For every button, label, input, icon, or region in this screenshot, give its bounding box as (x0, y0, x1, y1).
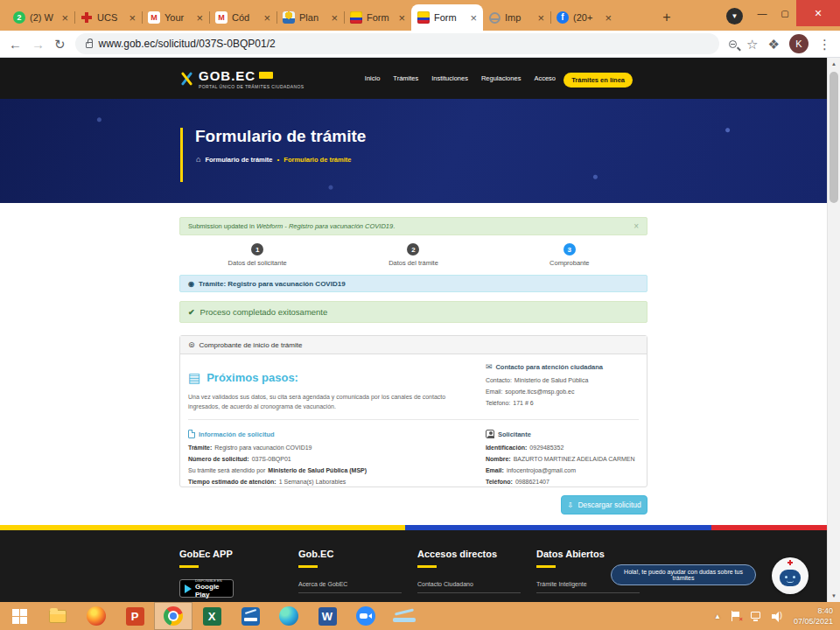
zoom-app-button[interactable] (346, 602, 385, 630)
tab-title: (20+ (573, 12, 600, 23)
site-nav: Inicio Trámites Instituciones Regulacion… (365, 74, 556, 82)
chatbot-avatar[interactable] (772, 557, 808, 594)
step-datos-tramite: 2 Datos del trámite (335, 243, 491, 267)
menu-icon[interactable]: ⋮ (818, 38, 831, 51)
nav-acceso[interactable]: Acceso (534, 74, 556, 82)
alert-text: Submission updated in Webform - Registro… (188, 222, 395, 230)
tab-title: Imp (505, 12, 533, 23)
tab-search-button[interactable]: ▼ (726, 8, 743, 24)
word-icon: W (318, 607, 337, 626)
close-icon[interactable]: × (470, 12, 477, 24)
tab-form-active[interactable]: Form × (411, 4, 483, 31)
tab-whatsapp[interactable]: 2 (2) W × (7, 4, 74, 31)
extensions-icon[interactable]: ❖ (768, 38, 780, 51)
tramite-info-text: Trámite: Registro para vacunación COVID1… (199, 280, 346, 288)
eye-icon: ◉ (188, 280, 194, 288)
maximize-button[interactable]: ▢ (774, 0, 796, 26)
chatbot-message[interactable]: Hola!, te puedo ayudar con dudas sobre t… (611, 564, 756, 585)
powerpoint-button[interactable]: P (116, 602, 154, 630)
forward-icon[interactable]: → (32, 38, 45, 51)
nav-tramites[interactable]: Trámites (393, 74, 418, 82)
volume-icon[interactable]: ) (772, 611, 784, 621)
next-steps-title: Próximos pasos: (206, 371, 298, 384)
home-icon[interactable]: ⌂ (196, 155, 200, 164)
start-button[interactable] (0, 602, 38, 630)
windows-taskbar: P X W ▲ × ) 8:40 07/05/2021 (0, 602, 840, 630)
tab-facebook[interactable]: f (20+ × (550, 4, 618, 31)
close-icon[interactable]: × (537, 12, 544, 24)
edge-button[interactable] (270, 602, 308, 630)
contact-line: Email:soporte.tics@msp.gob.ec (486, 388, 639, 395)
scroll-up-icon[interactable]: ▲ (828, 58, 840, 70)
scrollbar-thumb[interactable] (830, 72, 838, 203)
system-tray: ▲ × ) 8:40 07/05/2021 (714, 606, 840, 626)
edge-icon (279, 606, 298, 626)
tab-ucsg[interactable]: UCS × (74, 4, 142, 31)
footer-link-contacto[interactable]: Contacto Ciudadano (417, 581, 521, 593)
page-title: Formulario de trámite (195, 127, 366, 146)
tab-form-1[interactable]: Form × (344, 4, 411, 31)
excel-button[interactable]: X (192, 602, 231, 630)
solicitud-title: Información de solicitud (199, 430, 275, 438)
tab-gmail-1[interactable]: M Your × (142, 4, 209, 31)
contact-title: Contacto para atención ciudadana (495, 363, 603, 371)
tab-gmail-2[interactable]: M Cód × (209, 4, 276, 31)
nav-instituciones[interactable]: Instituciones (431, 74, 468, 82)
url-text[interactable]: www.gob.ec/solicitud/037S-0BQP01/2 (99, 38, 276, 50)
gmail-icon: M (148, 11, 160, 24)
close-icon[interactable]: × (634, 221, 639, 231)
tab-title: Cód (232, 12, 259, 23)
panel-row-2: Información de solicitud Trámite:Registr… (180, 422, 647, 496)
zoom-out-icon[interactable] (729, 40, 737, 48)
new-tab-button[interactable]: + (656, 7, 677, 28)
taskbar-clock[interactable]: 8:40 07/05/2021 (794, 606, 833, 626)
tab-imp[interactable]: Imp × (483, 4, 550, 31)
address-bar[interactable]: www.gob.ec/solicitud/037S-0BQP01/2 (75, 33, 720, 54)
nav-inicio[interactable]: Inicio (365, 74, 381, 82)
solicitante-line: Email:infocentrojoa@gmail.com (486, 467, 639, 473)
close-icon[interactable]: × (398, 12, 405, 24)
close-icon[interactable]: × (331, 12, 338, 24)
site-footer: GobEc APP DISPONIBLE EN Google Play Gob.… (0, 525, 827, 602)
tab-planner[interactable]: Plan × (276, 4, 344, 31)
tray-chevron-icon[interactable]: ▲ (714, 612, 721, 620)
tramites-en-linea-button[interactable]: Trámites en línea (564, 73, 633, 88)
file-explorer-button[interactable] (38, 602, 77, 630)
close-icon[interactable]: × (605, 12, 612, 24)
chrome-button[interactable] (154, 602, 192, 630)
profile-avatar[interactable]: K (789, 34, 808, 53)
gobec-logo[interactable]: GOB.EC PORTAL ÚNICO DE TRÁMITES CIUDADAN… (179, 68, 304, 89)
back-icon[interactable]: ← (9, 38, 22, 51)
footer-link-acerca[interactable]: Acerca de GobEC (298, 581, 402, 593)
reload-icon[interactable]: ↻ (54, 38, 66, 51)
browser-tab-strip: 2 (2) W × UCS × M Your × M Cód × Plan × … (0, 0, 840, 31)
breadcrumb-item[interactable]: Formulario de trámite (205, 156, 272, 164)
page-scrollbar[interactable]: ▲ ▼ (827, 58, 840, 602)
firefox-button[interactable] (77, 602, 116, 630)
tab-title: UCS (97, 12, 124, 23)
footer-underline (179, 565, 199, 568)
document-icon (188, 430, 195, 438)
nav-regulaciones[interactable]: Regulaciones (481, 74, 521, 82)
scan-app-button[interactable] (231, 602, 270, 630)
bookmark-star-icon[interactable]: ☆ (746, 38, 758, 51)
breadcrumb-separator: • (277, 156, 280, 164)
scroll-down-icon[interactable]: ▼ (828, 590, 840, 602)
network-icon[interactable] (751, 612, 762, 621)
minimize-button[interactable]: — (751, 0, 774, 26)
close-icon[interactable]: × (61, 12, 68, 24)
google-play-badge[interactable]: DISPONIBLE EN Google Play (179, 579, 234, 598)
next-steps-section: ▤ Próximos pasos: Una vez validados sus … (188, 362, 486, 411)
logo-title: GOB.EC (199, 68, 256, 83)
word-button[interactable]: W (308, 602, 346, 630)
folder-icon (49, 610, 66, 623)
check-icon: ✔ (188, 308, 195, 317)
close-icon[interactable]: × (129, 12, 136, 24)
logo-subtitle: PORTAL ÚNICO DE TRÁMITES CIUDADANOS (199, 84, 304, 89)
close-window-button[interactable]: ✕ (796, 0, 840, 26)
scanner-button[interactable] (385, 602, 424, 630)
close-icon[interactable]: × (263, 12, 270, 24)
download-solicitud-button[interactable]: ⇩ Descargar solicitud (561, 495, 648, 514)
action-center-flag-icon[interactable]: × (731, 611, 741, 621)
close-icon[interactable]: × (196, 12, 203, 24)
